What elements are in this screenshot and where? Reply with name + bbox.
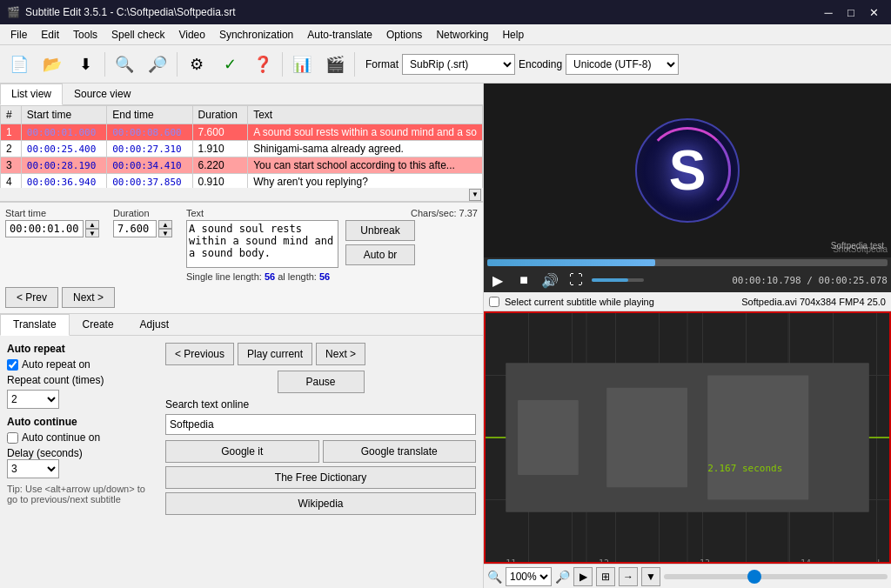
svg-rect-8: [518, 400, 579, 475]
zoom-in-button[interactable]: 🔍: [109, 49, 140, 80]
format-label: Format: [365, 58, 399, 70]
search-label: Search text online: [165, 398, 476, 411]
video-controls: ▶ ■ 🔊 ⛶ 00:00:10.798 / 00:00:25.078: [484, 257, 891, 292]
start-time-up[interactable]: ▲: [85, 220, 99, 229]
time-display: 00:00:10.798 / 00:00:25.078: [732, 275, 888, 286]
waveform-slider[interactable]: [664, 574, 888, 579]
maximize-button[interactable]: □: [841, 3, 861, 21]
waveform-grid-btn[interactable]: ⊞: [596, 567, 615, 586]
auto-repeat-checkbox-label: Auto repeat on: [22, 358, 90, 371]
delay-label: Delay (seconds): [7, 447, 83, 459]
play-current-button[interactable]: Play current: [238, 343, 312, 365]
zoom-in-waveform[interactable]: 🔎: [555, 570, 570, 584]
prev-button[interactable]: < Prev: [5, 287, 58, 308]
menu-options[interactable]: Options: [379, 24, 429, 44]
menu-file[interactable]: File: [3, 24, 34, 44]
waveform-play-btn[interactable]: ▶: [573, 567, 593, 586]
video-watermark: ShotSoftpedia: [833, 244, 888, 254]
tab-list-view[interactable]: List view: [0, 84, 63, 105]
wikipedia-button[interactable]: Wikipedia: [165, 492, 476, 515]
auto-continue-checkbox-label: Auto continue on: [22, 431, 100, 444]
table-row[interactable]: 1 00:00:01.000 00:00:08.600 7.600 A soun…: [1, 124, 483, 141]
menu-spellcheck[interactable]: Spell check: [104, 24, 171, 44]
col-end-time: End time: [107, 106, 192, 124]
start-time-down[interactable]: ▼: [85, 229, 99, 237]
line-length-info: Single line length: 56 al length: 56: [186, 271, 478, 282]
zoom-out-button[interactable]: 🔎: [142, 49, 173, 80]
next-button[interactable]: Next >: [62, 287, 115, 308]
duration-down[interactable]: ▼: [158, 229, 172, 237]
text-label: Text: [186, 208, 204, 218]
svg-rect-10: [707, 376, 808, 500]
table-scroll[interactable]: ▼: [469, 189, 481, 201]
download-button[interactable]: ⬇: [70, 49, 101, 80]
waveform-more-btn[interactable]: ▼: [641, 567, 660, 586]
settings-button[interactable]: ⚙: [181, 49, 212, 80]
encoding-select[interactable]: Unicode (UTF-8) UTF-8 with BOM: [566, 54, 679, 75]
zoom-select[interactable]: 100%50%150%200%: [506, 567, 552, 586]
chart-button[interactable]: 📊: [286, 49, 318, 80]
progress-bar[interactable]: [487, 259, 888, 266]
new-button[interactable]: 📄: [3, 49, 35, 80]
tab-adjust[interactable]: Adjust: [127, 314, 182, 335]
next-button-translate[interactable]: Next >: [316, 343, 365, 365]
menu-tools[interactable]: Tools: [66, 24, 104, 44]
video-player: S Softpedia test ▶ ■ 🔊 ⛶: [484, 84, 891, 292]
tab-create[interactable]: Create: [70, 314, 127, 335]
select-current-checkbox[interactable]: [489, 297, 499, 307]
help-button[interactable]: ❓: [247, 49, 278, 80]
waveform-time-marker: 2.167 seconds: [707, 463, 782, 474]
fullscreen-button[interactable]: ⛶: [566, 270, 586, 291]
film-button[interactable]: 🎬: [319, 49, 351, 80]
check-button[interactable]: ✓: [214, 49, 245, 80]
previous-button[interactable]: < Previous: [165, 343, 234, 365]
close-button[interactable]: ✕: [863, 3, 884, 21]
menu-synchronization[interactable]: Synchronization: [212, 24, 300, 44]
mute-button[interactable]: 🔊: [539, 270, 560, 291]
tab-source-view[interactable]: Source view: [63, 84, 142, 104]
auto-continue-checkbox[interactable]: [7, 432, 18, 444]
text-input[interactable]: A sound soul rests within a sound mind a…: [186, 220, 338, 268]
menu-video[interactable]: Video: [171, 24, 211, 44]
repeat-count-select[interactable]: 2134: [7, 390, 59, 409]
stop-button[interactable]: ■: [513, 270, 534, 291]
file-info: Softpedia.avi 704x384 FMP4 25.0: [741, 297, 886, 307]
open-button[interactable]: 📂: [37, 49, 68, 80]
col-number: #: [1, 106, 22, 124]
col-text: Text: [248, 106, 483, 124]
tip-text: Tip: Use <alt+arrow up/down> to go to pr…: [7, 484, 155, 504]
pause-button[interactable]: Pause: [278, 371, 365, 393]
start-time-input[interactable]: [5, 220, 84, 237]
menu-edit[interactable]: Edit: [34, 24, 66, 44]
google-it-button[interactable]: Google it: [165, 440, 319, 463]
delay-select[interactable]: 312: [7, 459, 59, 478]
play-button[interactable]: ▶: [487, 270, 508, 291]
start-time-label: Start time: [5, 208, 99, 218]
waveform-arrow-btn[interactable]: →: [619, 567, 638, 586]
toolbar: 📄 📂 ⬇ 🔍 🔎 ⚙ ✓ ❓ 📊 🎬 Format SubRip (.srt)…: [0, 45, 891, 84]
auto-br-button[interactable]: Auto br: [345, 244, 415, 265]
table-row[interactable]: 3 00:00:28.190 00:00:34.410 6.220 You ca…: [1, 157, 483, 174]
auto-repeat-checkbox[interactable]: [7, 359, 18, 371]
waveform-area[interactable]: 2.167 seconds 11 12 13 14 |: [484, 311, 891, 564]
free-dictionary-button[interactable]: The Free Dictionary: [165, 466, 476, 489]
duration-up[interactable]: ▲: [158, 220, 172, 229]
app-icon: 🎬: [7, 6, 20, 18]
format-select[interactable]: SubRip (.srt) Advanced SubStation Alpha: [402, 54, 515, 75]
auto-repeat-title: Auto repeat: [7, 343, 155, 355]
zoom-out-waveform[interactable]: 🔍: [487, 570, 502, 584]
duration-input[interactable]: [113, 220, 157, 237]
search-input[interactable]: [165, 414, 476, 435]
menu-bar: File Edit Tools Spell check Video Synchr…: [0, 24, 891, 45]
minimize-button[interactable]: ─: [818, 3, 839, 21]
svg-rect-9: [606, 388, 687, 487]
menu-autotranslate[interactable]: Auto-translate: [300, 24, 379, 44]
menu-help[interactable]: Help: [495, 24, 531, 44]
menu-networking[interactable]: Networking: [429, 24, 495, 44]
tab-translate[interactable]: Translate: [0, 314, 70, 336]
table-row[interactable]: 4 00:00:36.940 00:00:37.850 0.910 Why ar…: [1, 174, 483, 189]
unbreak-button[interactable]: Unbreak: [345, 220, 415, 241]
auto-continue-title: Auto continue: [7, 416, 155, 428]
google-translate-button[interactable]: Google translate: [323, 440, 477, 463]
table-row[interactable]: 2 00:00:25.400 00:00:27.310 1.910 Shinig…: [1, 141, 483, 157]
